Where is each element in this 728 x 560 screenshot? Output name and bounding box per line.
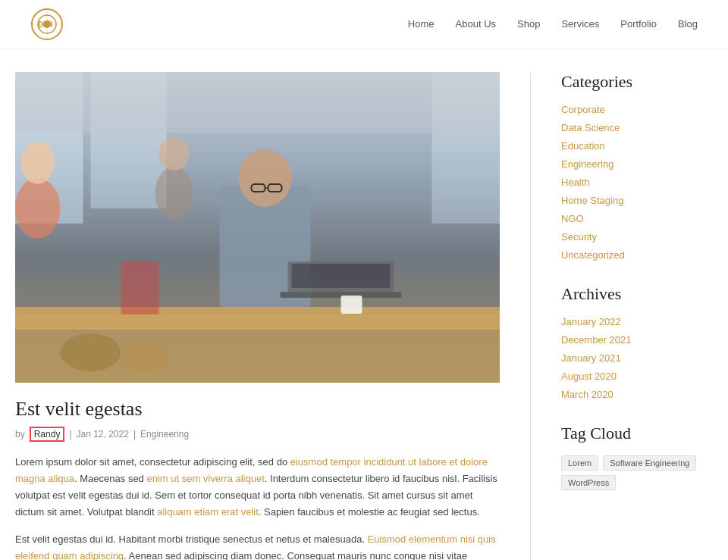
tag-lorem[interactable]: Lorem (561, 455, 598, 471)
list-item: January 2021 (561, 352, 713, 364)
svg-point-14 (21, 142, 55, 184)
vertical-divider (530, 72, 531, 560)
list-item: Security (561, 231, 713, 243)
svg-rect-12 (15, 307, 500, 330)
nav-home[interactable]: Home (408, 18, 435, 30)
list-item: Health (561, 177, 713, 189)
post-meta: by Randy | Jan 12, 2022 | Engineering (15, 427, 500, 442)
link-3[interactable]: aliquam etiam erat velit (157, 506, 259, 518)
post-image-scene (15, 72, 500, 383)
svg-point-25 (121, 341, 167, 371)
category-ngo[interactable]: NGO (561, 213, 584, 224)
category-engineering[interactable]: Engineering (561, 158, 613, 170)
tagcloud-title: Tag Cloud (561, 424, 713, 443)
nav-shop[interactable]: Shop (517, 18, 540, 30)
tagcloud-section: Tag Cloud Lorem Software Engineering Wor… (561, 424, 713, 490)
svg-point-16 (239, 149, 292, 207)
archives-section: Archives January 2022 December 2021 Janu… (561, 284, 713, 401)
svg-rect-23 (341, 296, 362, 314)
archives-title: Archives (561, 284, 713, 304)
post-body: Lorem ipsum dolor sit amet, consectetur … (15, 454, 500, 560)
post-date: Jan 12, 2022 (77, 429, 129, 440)
categories-title: Categories (561, 72, 713, 92)
link-2[interactable]: enim ut sem viverra aliquet (146, 473, 264, 484)
nav-services[interactable]: Services (561, 18, 599, 30)
tag-wordpress[interactable]: WordPress (561, 475, 616, 490)
sidebar: Categories Corporate Data Science Educat… (561, 72, 713, 560)
category-uncategorized[interactable]: Uncategorized (561, 249, 625, 261)
post-title: Est velit egestas (15, 398, 500, 421)
category-health[interactable]: Health (561, 177, 590, 188)
list-item: Corporate (561, 104, 713, 116)
svg-rect-22 (121, 261, 159, 314)
archive-jan-2022[interactable]: January 2022 (561, 316, 621, 327)
svg-rect-19 (292, 264, 391, 288)
list-item: December 2021 (561, 334, 713, 346)
meta-separator-1: | (69, 429, 71, 440)
archive-jan-2021[interactable]: January 2021 (561, 352, 621, 364)
main-content: Est velit egestas by Randy | Jan 12, 202… (15, 72, 500, 560)
archives-list: January 2022 December 2021 January 2021 … (561, 316, 713, 401)
svg-point-21 (159, 137, 190, 171)
logo[interactable]: DIVI (30, 8, 64, 41)
post-image (15, 72, 500, 383)
nav-portfolio[interactable]: Portfolio (620, 18, 657, 30)
by-label: by (15, 429, 25, 440)
archive-mar-2020[interactable]: March 2020 (561, 389, 613, 400)
nav-blog[interactable]: Blog (678, 18, 698, 30)
categories-section: Categories Corporate Data Science Educat… (561, 72, 713, 261)
post-category[interactable]: Engineering (140, 429, 189, 440)
list-item: Engineering (561, 158, 713, 171)
tag-software-engineering[interactable]: Software Engineering (603, 455, 696, 471)
list-item: August 2020 (561, 371, 713, 383)
list-item: January 2022 (561, 316, 713, 328)
archive-aug-2020[interactable]: August 2020 (561, 371, 617, 382)
link-4[interactable]: Euismod elementum nisi quis eleifend qua… (15, 533, 496, 560)
svg-rect-10 (15, 72, 500, 133)
list-item: Home Staging (561, 195, 713, 207)
category-security[interactable]: Security (561, 231, 597, 242)
list-item: Education (561, 140, 713, 152)
archive-dec-2021[interactable]: December 2021 (561, 334, 632, 346)
nav-about[interactable]: About Us (456, 18, 496, 30)
main-nav: DIVI Home About Us Shop Services Portfol… (0, 0, 728, 49)
list-item: Data Science (561, 122, 713, 134)
meta-separator-2: | (133, 429, 136, 440)
svg-point-20 (155, 167, 193, 220)
author-box: Randy (30, 427, 65, 442)
nav-links: Home About Us Shop Services Portfolio Bl… (408, 18, 698, 30)
categories-list: Corporate Data Science Education Enginee… (561, 104, 713, 261)
list-item: March 2020 (561, 389, 713, 401)
svg-point-13 (15, 178, 61, 239)
svg-point-24 (61, 333, 121, 371)
category-corporate[interactable]: Corporate (561, 104, 605, 115)
category-education[interactable]: Education (561, 140, 605, 152)
category-home-staging[interactable]: Home Staging (561, 195, 623, 206)
post-paragraph-2: Est velit egestas dui id. Habitant morbi… (15, 531, 500, 560)
category-data-science[interactable]: Data Science (561, 122, 620, 133)
list-item: NGO (561, 213, 713, 225)
svg-text:DIVI: DIVI (38, 20, 53, 29)
tag-cloud: Lorem Software Engineering WordPress (561, 455, 713, 490)
list-item: Uncategorized (561, 249, 713, 261)
svg-rect-17 (281, 292, 402, 298)
post-paragraph-1: Lorem ipsum dolor sit amet, consectetur … (15, 454, 500, 521)
